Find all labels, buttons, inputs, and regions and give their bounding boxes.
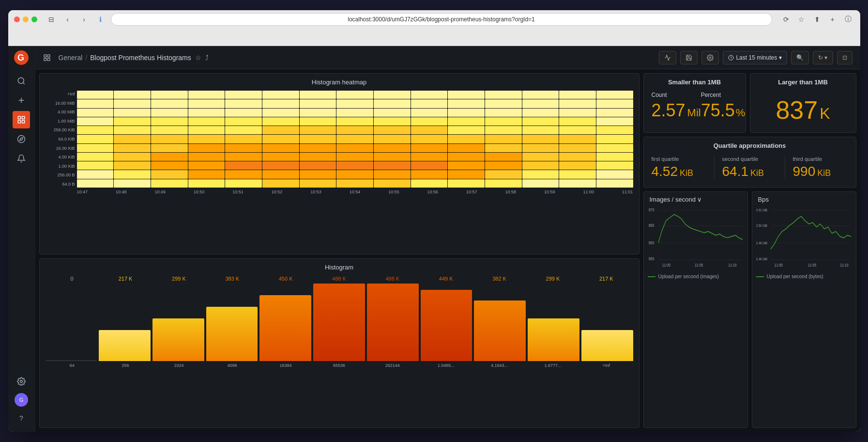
- heatmap-cell: [522, 153, 559, 161]
- extensions-button[interactable]: ⓘ: [842, 13, 854, 26]
- histogram-panel: Histogram 0217 K299 K383 K450 K488 K488 …: [39, 258, 640, 428]
- heatmap-cell: [300, 109, 336, 117]
- second-quartile-unit: KiB: [750, 168, 764, 178]
- maximize-button[interactable]: [31, 16, 37, 22]
- heatmap-row: [77, 117, 633, 126]
- heatmap-cell: [336, 179, 373, 188]
- heatmap-cell: [411, 170, 448, 178]
- heatmap-cell: [151, 126, 188, 134]
- heatmap-cell: [151, 179, 188, 188]
- star-icon[interactable]: ☆: [195, 54, 201, 62]
- back-button[interactable]: ‹: [61, 13, 74, 26]
- save-button[interactable]: [680, 51, 698, 64]
- heatmap-row: [77, 135, 633, 143]
- heatmap-cell: [336, 117, 373, 126]
- heatmap-cell: [596, 117, 633, 126]
- settings-button[interactable]: [701, 51, 719, 64]
- larger-1mb-value: 837: [776, 95, 818, 125]
- heatmap-cell: [522, 135, 559, 143]
- breadcrumb-home[interactable]: General: [59, 54, 83, 62]
- shield-icon: ℹ: [94, 13, 107, 26]
- histogram-bar-wrap: [421, 284, 472, 361]
- heatmap-cell: [596, 109, 633, 117]
- heatmap-cell: [151, 161, 188, 170]
- url-text: localhost:3000/d/umGJ7zGGk/blogpost-prom…: [348, 16, 535, 23]
- bps-legend-text: Upload per second (bytes): [767, 274, 823, 279]
- histogram-x-labels: 642561024409616384655362621441.0485...4.…: [46, 363, 633, 368]
- heatmap-cell: [114, 99, 151, 108]
- heatmap-cell: [522, 99, 559, 108]
- histogram-bar-wrap: [581, 284, 633, 361]
- user-avatar[interactable]: G: [15, 393, 28, 407]
- sidebar-toggle-button[interactable]: ⊟: [45, 13, 58, 26]
- heatmap-cell: [151, 117, 188, 126]
- bookmark-button[interactable]: ☆: [795, 13, 808, 26]
- svg-text:2.46 GiB: 2.46 GiB: [756, 257, 767, 261]
- heatmap-cell: [448, 135, 485, 143]
- heatmap-cell: [374, 99, 411, 108]
- refresh-button[interactable]: ⟳: [780, 13, 792, 26]
- heatmap-cell: [300, 144, 336, 152]
- minimize-button[interactable]: [23, 16, 29, 22]
- heatmap-cell: [300, 99, 336, 108]
- histogram-bar: [528, 318, 579, 361]
- sidebar-item-dashboards[interactable]: [13, 111, 30, 128]
- sidebar-item-search[interactable]: [13, 72, 30, 90]
- close-button[interactable]: [14, 16, 20, 22]
- heatmap-cell: [596, 179, 633, 188]
- heatmap-cell: [448, 144, 485, 152]
- time-label: Last 15 minutes: [736, 54, 777, 61]
- sidebar-item-settings[interactable]: [13, 373, 30, 390]
- y-label-2: 4.00 MiB: [46, 110, 77, 114]
- hist-value-label: 449 K: [419, 276, 472, 282]
- svg-point-2: [18, 78, 24, 83]
- zoom-out-button[interactable]: 🔍: [791, 51, 809, 64]
- share-icon[interactable]: ⤴: [205, 54, 209, 62]
- sidebar-item-add[interactable]: [13, 92, 30, 109]
- heatmap-cell: [77, 179, 114, 188]
- refresh-button[interactable]: ↻ ▾: [813, 51, 833, 64]
- svg-text:11:05: 11:05: [695, 263, 703, 268]
- bps-chart-svg: 2.51 GiB 2.50 GiB 2.48 GiB 2.46 GiB: [756, 205, 852, 268]
- sidebar-item-help[interactable]: ?: [13, 410, 30, 427]
- histogram-bar: [259, 295, 311, 361]
- address-bar[interactable]: localhost:3000/d/umGJ7zGGk/blogpost-prom…: [111, 13, 772, 26]
- heatmap-cell: [448, 91, 485, 99]
- panel-editor-button[interactable]: [659, 51, 676, 64]
- heatmap-cell: [522, 144, 559, 152]
- y-label-1: 16.00 MiB: [46, 101, 77, 106]
- sidebar-item-alerts[interactable]: [13, 150, 30, 167]
- heatmap-cell: [411, 126, 448, 134]
- smaller-1mb-panel: Smaller than 1MB Count 2.57 Mil: [643, 73, 746, 133]
- histogram-bar: [367, 284, 419, 361]
- heatmap-cell: [485, 144, 522, 152]
- heatmap-cell: [596, 161, 633, 170]
- heatmap-cell: [151, 91, 188, 99]
- sidebar-item-explore[interactable]: [13, 130, 30, 148]
- forward-button[interactable]: ›: [78, 13, 91, 26]
- heatmap-row: [77, 126, 633, 134]
- share-button[interactable]: ⬆: [811, 13, 823, 26]
- time-range-button[interactable]: Last 15 minutes ▾: [723, 51, 787, 64]
- heatmap-cell: [262, 135, 299, 143]
- histogram-bar: [152, 318, 204, 361]
- second-quartile-value-row: 64.1 KiB: [722, 164, 777, 179]
- images-per-second-chart: 870 865 860 855: [644, 205, 747, 274]
- svg-rect-15: [44, 58, 46, 61]
- heatmap-cell: [485, 109, 522, 117]
- svg-text:2.48 GiB: 2.48 GiB: [756, 241, 767, 245]
- hist-value-label: 299 K: [526, 276, 579, 282]
- heatmap-cell: [522, 117, 559, 126]
- heatmap-row: [77, 161, 633, 170]
- y-label-3: 1.00 MiB: [46, 119, 77, 124]
- tv-mode-button[interactable]: ⊡: [837, 51, 853, 64]
- grafana-logo[interactable]: G: [14, 50, 29, 65]
- heatmap-cell: [262, 126, 299, 134]
- y-label-6: 16.00 KiB: [46, 146, 77, 151]
- heatmap-cell: [77, 99, 114, 108]
- new-tab-button[interactable]: +: [826, 13, 839, 26]
- heatmap-cell: [374, 179, 411, 188]
- dashboard-icon: [43, 54, 51, 62]
- heatmap-cell: [77, 117, 114, 126]
- quartile-title: Quartile approximations: [644, 137, 856, 152]
